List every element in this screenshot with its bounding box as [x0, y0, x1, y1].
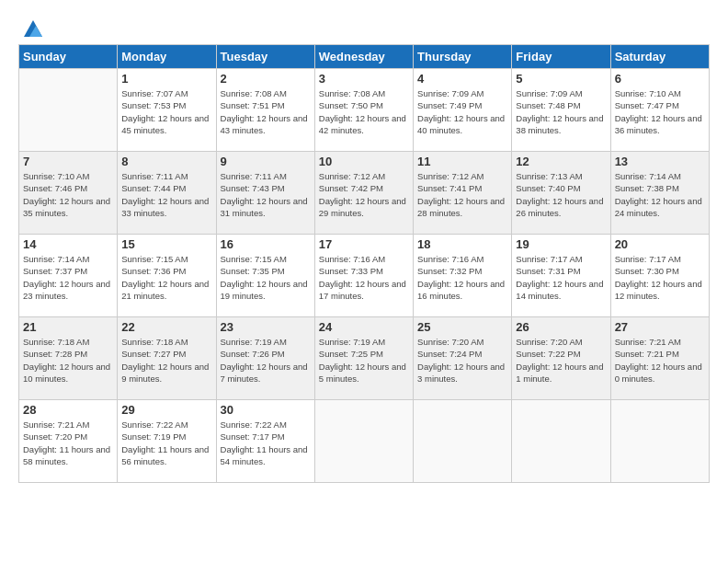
calendar-day-cell: 15 Sunrise: 7:15 AMSunset: 7:36 PMDaylig…: [118, 235, 216, 317]
day-info: Sunrise: 7:12 AMSunset: 7:42 PMDaylight:…: [319, 171, 406, 218]
day-info: Sunrise: 7:20 AMSunset: 7:22 PMDaylight:…: [516, 337, 603, 384]
day-number: 1: [121, 72, 211, 86]
day-number: 12: [516, 155, 606, 168]
calendar-day-cell: 5 Sunrise: 7:09 AMSunset: 7:48 PMDayligh…: [512, 69, 610, 152]
calendar-day-cell: 16 Sunrise: 7:15 AMSunset: 7:35 PMDaylig…: [216, 235, 314, 317]
calendar-day-cell: [610, 400, 709, 483]
day-info: Sunrise: 7:14 AMSunset: 7:38 PMDaylight:…: [615, 171, 702, 218]
day-info: Sunrise: 7:12 AMSunset: 7:41 PMDaylight:…: [417, 171, 505, 218]
day-number: 22: [121, 320, 211, 334]
day-info: Sunrise: 7:13 AMSunset: 7:40 PMDaylight:…: [516, 171, 603, 218]
calendar-day-cell: 4 Sunrise: 7:09 AMSunset: 7:49 PMDayligh…: [414, 69, 512, 152]
calendar-day-cell: 13 Sunrise: 7:14 AMSunset: 7:38 PMDaylig…: [610, 152, 709, 235]
logo-icon: [20, 15, 46, 40]
calendar-day-cell: 29 Sunrise: 7:22 AMSunset: 7:19 PMDaylig…: [118, 400, 216, 483]
calendar-day-cell: 25 Sunrise: 7:20 AMSunset: 7:24 PMDaylig…: [414, 317, 512, 400]
calendar-day-cell: 26 Sunrise: 7:20 AMSunset: 7:22 PMDaylig…: [512, 317, 610, 400]
day-number: 16: [221, 237, 311, 251]
day-info: Sunrise: 7:15 AMSunset: 7:36 PMDaylight:…: [121, 254, 209, 301]
day-number: 6: [615, 72, 705, 86]
calendar-week-row: 7 Sunrise: 7:10 AMSunset: 7:46 PMDayligh…: [19, 152, 710, 235]
day-info: Sunrise: 7:16 AMSunset: 7:32 PMDaylight:…: [417, 254, 505, 301]
day-info: Sunrise: 7:16 AMSunset: 7:33 PMDaylight:…: [319, 254, 406, 301]
calendar-day-cell: 6 Sunrise: 7:10 AMSunset: 7:47 PMDayligh…: [610, 69, 709, 152]
day-number: 25: [417, 320, 507, 334]
calendar-day-cell: 21 Sunrise: 7:18 AMSunset: 7:28 PMDaylig…: [19, 317, 118, 400]
day-number: 30: [221, 403, 311, 417]
day-number: 8: [121, 155, 211, 168]
calendar-day-cell: 3 Sunrise: 7:08 AMSunset: 7:50 PMDayligh…: [314, 69, 413, 152]
day-number: 21: [23, 320, 113, 334]
day-info: Sunrise: 7:10 AMSunset: 7:47 PMDaylight:…: [615, 88, 702, 135]
calendar-day-cell: 19 Sunrise: 7:17 AMSunset: 7:31 PMDaylig…: [512, 235, 610, 317]
calendar-table: SundayMondayTuesdayWednesdayThursdayFrid…: [18, 44, 710, 483]
day-info: Sunrise: 7:18 AMSunset: 7:28 PMDaylight:…: [23, 337, 110, 384]
calendar-week-row: 1 Sunrise: 7:07 AMSunset: 7:53 PMDayligh…: [19, 69, 710, 152]
day-info: Sunrise: 7:21 AMSunset: 7:21 PMDaylight:…: [615, 337, 702, 384]
day-number: 15: [121, 237, 211, 251]
day-info: Sunrise: 7:21 AMSunset: 7:20 PMDaylight:…: [23, 419, 110, 466]
calendar-day-cell: 18 Sunrise: 7:16 AMSunset: 7:32 PMDaylig…: [414, 235, 512, 317]
day-number: 24: [319, 320, 409, 334]
day-info: Sunrise: 7:15 AMSunset: 7:35 PMDaylight:…: [221, 254, 308, 301]
day-info: Sunrise: 7:09 AMSunset: 7:49 PMDaylight:…: [417, 88, 505, 135]
day-number: 14: [23, 237, 113, 251]
calendar-day-cell: [314, 400, 413, 483]
day-info: Sunrise: 7:08 AMSunset: 7:51 PMDaylight:…: [221, 88, 308, 135]
calendar-day-cell: 8 Sunrise: 7:11 AMSunset: 7:44 PMDayligh…: [118, 152, 216, 235]
weekday-header-row: SundayMondayTuesdayWednesdayThursdayFrid…: [19, 45, 710, 69]
day-info: Sunrise: 7:09 AMSunset: 7:48 PMDaylight:…: [516, 88, 603, 135]
day-number: 19: [516, 237, 606, 251]
day-info: Sunrise: 7:17 AMSunset: 7:31 PMDaylight:…: [516, 254, 603, 301]
calendar-day-cell: 7 Sunrise: 7:10 AMSunset: 7:46 PMDayligh…: [19, 152, 118, 235]
calendar-day-cell: 17 Sunrise: 7:16 AMSunset: 7:33 PMDaylig…: [314, 235, 413, 317]
day-info: Sunrise: 7:20 AMSunset: 7:24 PMDaylight:…: [417, 337, 505, 384]
day-number: 17: [319, 237, 409, 251]
weekday-header: Monday: [118, 45, 216, 69]
calendar-day-cell: 11 Sunrise: 7:12 AMSunset: 7:41 PMDaylig…: [414, 152, 512, 235]
day-info: Sunrise: 7:22 AMSunset: 7:17 PMDaylight:…: [221, 419, 308, 466]
day-info: Sunrise: 7:07 AMSunset: 7:53 PMDaylight:…: [121, 88, 209, 135]
calendar-day-cell: 14 Sunrise: 7:14 AMSunset: 7:37 PMDaylig…: [19, 235, 118, 317]
day-info: Sunrise: 7:11 AMSunset: 7:43 PMDaylight:…: [221, 171, 308, 218]
calendar-day-cell: 9 Sunrise: 7:11 AMSunset: 7:43 PMDayligh…: [216, 152, 314, 235]
calendar-day-cell: 24 Sunrise: 7:19 AMSunset: 7:25 PMDaylig…: [314, 317, 413, 400]
day-number: 3: [319, 72, 409, 86]
day-info: Sunrise: 7:19 AMSunset: 7:25 PMDaylight:…: [319, 337, 406, 384]
calendar-week-row: 28 Sunrise: 7:21 AMSunset: 7:20 PMDaylig…: [19, 400, 710, 483]
day-number: 20: [615, 237, 705, 251]
calendar-day-cell: 23 Sunrise: 7:19 AMSunset: 7:26 PMDaylig…: [216, 317, 314, 400]
day-info: Sunrise: 7:17 AMSunset: 7:30 PMDaylight:…: [615, 254, 702, 301]
day-number: 11: [417, 155, 507, 168]
calendar-day-cell: [19, 69, 118, 152]
calendar-day-cell: 27 Sunrise: 7:21 AMSunset: 7:21 PMDaylig…: [610, 317, 709, 400]
calendar-week-row: 14 Sunrise: 7:14 AMSunset: 7:37 PMDaylig…: [19, 235, 710, 317]
weekday-header: Tuesday: [216, 45, 314, 69]
day-info: Sunrise: 7:22 AMSunset: 7:19 PMDaylight:…: [121, 419, 209, 466]
calendar-day-cell: 28 Sunrise: 7:21 AMSunset: 7:20 PMDaylig…: [19, 400, 118, 483]
day-number: 29: [121, 403, 211, 417]
day-info: Sunrise: 7:14 AMSunset: 7:37 PMDaylight:…: [23, 254, 110, 301]
calendar-day-cell: [512, 400, 610, 483]
day-number: 9: [221, 155, 311, 168]
calendar-day-cell: 1 Sunrise: 7:07 AMSunset: 7:53 PMDayligh…: [118, 69, 216, 152]
day-info: Sunrise: 7:08 AMSunset: 7:50 PMDaylight:…: [319, 88, 406, 135]
day-info: Sunrise: 7:18 AMSunset: 7:27 PMDaylight:…: [121, 337, 209, 384]
day-number: 4: [417, 72, 507, 86]
weekday-header: Sunday: [19, 45, 118, 69]
calendar-day-cell: 22 Sunrise: 7:18 AMSunset: 7:27 PMDaylig…: [118, 317, 216, 400]
page-header: [18, 18, 710, 35]
calendar-week-row: 21 Sunrise: 7:18 AMSunset: 7:28 PMDaylig…: [19, 317, 710, 400]
day-number: 28: [23, 403, 113, 417]
day-number: 26: [516, 320, 606, 334]
day-number: 2: [221, 72, 311, 86]
day-number: 18: [417, 237, 507, 251]
day-number: 27: [615, 320, 705, 334]
logo: [18, 18, 46, 35]
weekday-header: Saturday: [610, 45, 709, 69]
calendar-day-cell: 30 Sunrise: 7:22 AMSunset: 7:17 PMDaylig…: [216, 400, 314, 483]
weekday-header: Wednesday: [314, 45, 413, 69]
day-number: 13: [615, 155, 705, 168]
day-info: Sunrise: 7:11 AMSunset: 7:44 PMDaylight:…: [121, 171, 209, 218]
day-number: 10: [319, 155, 409, 168]
